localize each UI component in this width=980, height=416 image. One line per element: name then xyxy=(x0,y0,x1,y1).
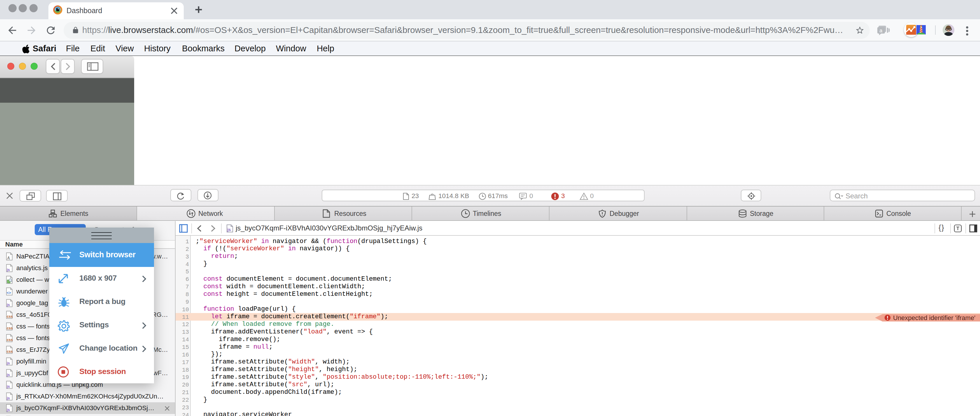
svg-text:js: js xyxy=(6,384,10,389)
svg-text:js: js xyxy=(6,408,10,412)
svg-text:a: a xyxy=(880,28,883,33)
svg-text:js: js xyxy=(6,361,10,365)
svg-text:js: js xyxy=(6,373,10,377)
svg-text:js: js xyxy=(6,396,10,400)
svg-text:css: css xyxy=(7,326,13,330)
svg-text:css: css xyxy=(7,338,13,342)
svg-text:css: css xyxy=(7,314,13,319)
svg-text:js: js xyxy=(6,303,10,307)
svg-text:js: js xyxy=(6,268,10,272)
svg-text:css: css xyxy=(7,349,13,354)
svg-text:A: A xyxy=(7,256,10,260)
svg-text:js: js xyxy=(227,227,231,232)
svg-text:<>: <> xyxy=(7,290,11,295)
